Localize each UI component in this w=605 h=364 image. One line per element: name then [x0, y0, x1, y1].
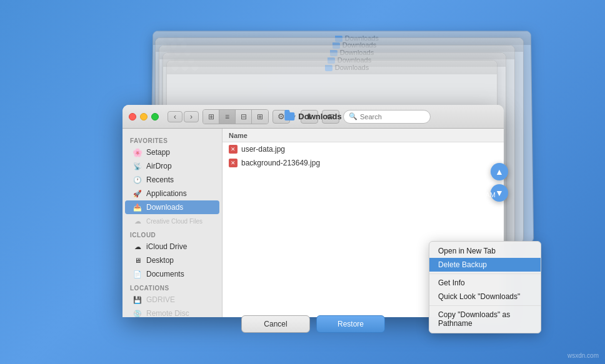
scroll-up-arrow[interactable]: ▲ [491, 163, 508, 180]
watermark: wsxdn.com [568, 352, 599, 359]
context-open-new-tab[interactable]: Open in New Tab [429, 244, 541, 258]
sidebar-item-icloud-drive[interactable]: ☁ iCloud Drive [125, 240, 219, 253]
forward-button[interactable]: › [184, 111, 199, 122]
name-column-header: Name [229, 132, 248, 139]
file-icon: ✕ [229, 159, 238, 167]
sidebar-label-setapp: Setapp [146, 148, 170, 157]
sidebar-item-gdrive[interactable]: 💾 GDRIVE [125, 293, 219, 307]
search-box[interactable]: 🔍 [343, 110, 431, 124]
sidebar-label-recents: Recents [146, 175, 174, 184]
folder-icon [284, 112, 294, 121]
airdrop-icon: 📡 [132, 161, 142, 171]
sidebar-label-gdrive: GDRIVE [146, 295, 175, 304]
window-title-area: Downloads [284, 112, 341, 121]
icloud-label: iCloud [122, 228, 222, 240]
gdrive-icon: 💾 [132, 295, 142, 305]
sidebar-label-airdrop: AirDrop [146, 162, 172, 170]
minimize-button[interactable] [140, 113, 148, 121]
icloud-drive-icon: ☁ [132, 242, 142, 252]
search-input[interactable] [360, 113, 425, 121]
stack-dot [172, 64, 178, 71]
titlebar: ‹ › ⊞ ≡ ⊟ ⊞ ⚙ ▼ ⬆ 🏷 Downloads 🔍 [122, 105, 504, 129]
view-icon-btn[interactable]: ⊞ [203, 110, 219, 124]
view-buttons: ⊞ ≡ ⊟ ⊞ [202, 109, 269, 124]
back-button[interactable]: ‹ [168, 111, 182, 122]
context-separator-2 [429, 305, 541, 306]
traffic-lights [129, 113, 159, 121]
sidebar-item-desktop[interactable]: 🖥 Desktop [125, 253, 219, 267]
favorites-label: Favorites [122, 134, 222, 145]
sidebar: Favorites 🌸 Setapp 📡 AirDrop 🕐 Recents 🚀… [122, 129, 222, 317]
locations-label: Locations [122, 281, 222, 293]
view-list-btn[interactable]: ≡ [219, 110, 236, 124]
stack-dot [192, 64, 198, 71]
setapp-icon: 🌸 [132, 147, 142, 157]
context-separator [429, 273, 541, 274]
stacked-window-title: Downloads [325, 64, 369, 71]
sidebar-label-creative-cloud: Creative Cloud Files [146, 218, 202, 225]
context-copy-pathname[interactable]: Copy "Downloads" as Pathname [429, 308, 541, 330]
file-name: background-213649.jpg [241, 159, 320, 167]
datetime-label: September 9, 2018 at 9:42 AM [402, 191, 496, 199]
stack-dot [182, 64, 188, 71]
sidebar-label-applications: Applications [146, 189, 187, 198]
sidebar-label-documents: Documents [146, 270, 184, 278]
view-column-btn[interactable]: ⊟ [236, 110, 252, 124]
sidebar-item-setapp[interactable]: 🌸 Setapp [125, 145, 219, 159]
documents-icon: 📄 [132, 269, 142, 279]
context-quick-look[interactable]: Quick Look "Downloads" [429, 290, 541, 303]
downloads-icon: 📥 [132, 202, 142, 212]
table-row[interactable]: ✕ background-213649.jpg [222, 156, 504, 170]
close-button[interactable] [129, 113, 136, 121]
context-get-info[interactable]: Get Info [429, 276, 541, 290]
applications-icon: 🚀 [132, 189, 142, 199]
maximize-button[interactable] [151, 113, 159, 121]
context-menu: Open in New Tab Delete Backup Get Info Q… [429, 241, 541, 333]
view-gallery-btn[interactable]: ⊞ [252, 110, 268, 124]
sidebar-label-icloud-drive: iCloud Drive [146, 242, 187, 251]
context-delete-backup[interactable]: Delete Backup [429, 258, 541, 272]
file-name: user-data.jpg [241, 145, 285, 154]
cancel-button[interactable]: Cancel [241, 315, 310, 333]
sidebar-item-applications[interactable]: 🚀 Applications [125, 187, 219, 200]
file-icon: ✕ [229, 145, 238, 154]
sidebar-item-documents[interactable]: 📄 Documents [125, 267, 219, 281]
sidebar-item-recents[interactable]: 🕐 Recents [125, 173, 219, 187]
desktop-icon: 🖥 [132, 255, 142, 265]
sidebar-item-downloads[interactable]: 📥 Downloads [125, 200, 219, 214]
finder-window: ‹ › ⊞ ≡ ⊟ ⊞ ⚙ ▼ ⬆ 🏷 Downloads 🔍 Favorite… [122, 105, 504, 317]
nav-buttons: ‹ › [168, 111, 199, 122]
search-icon: 🔍 [349, 112, 358, 121]
sidebar-label-downloads: Downloads [146, 203, 183, 212]
recents-icon: 🕐 [132, 175, 142, 185]
sidebar-item-airdrop[interactable]: 📡 AirDrop [125, 159, 219, 173]
window-title: Downloads [298, 112, 341, 121]
restore-button[interactable]: Restore [316, 315, 385, 333]
sidebar-label-desktop: Desktop [146, 256, 174, 265]
creative-cloud-icon: ☁ [132, 216, 142, 226]
column-header: Name [222, 129, 504, 142]
table-row[interactable]: ✕ user-data.jpg [222, 142, 504, 156]
sidebar-item-creative-cloud[interactable]: ☁ Creative Cloud Files [125, 214, 219, 228]
